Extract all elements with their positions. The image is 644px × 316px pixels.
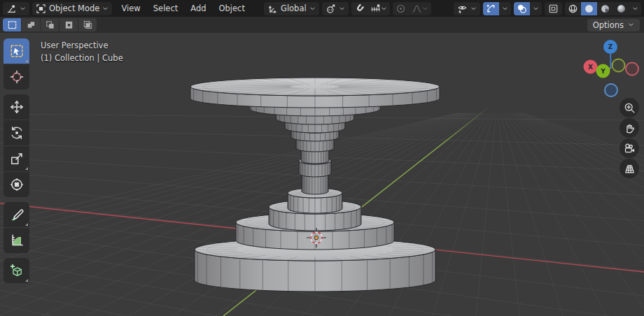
options-button[interactable]: Options: [587, 19, 640, 31]
toolbar-group-2: [4, 202, 29, 253]
gizmos-group: [483, 2, 511, 15]
gizmo-axis-x[interactable]: X: [584, 60, 598, 74]
editor-type-button[interactable]: [3, 2, 29, 15]
chevron-down-icon: [381, 6, 387, 12]
menu-select[interactable]: Select: [147, 2, 184, 15]
sel-intersect-icon: [83, 20, 93, 30]
proportional-edit-group: [393, 2, 431, 15]
shading-material-preview-button[interactable]: [597, 2, 613, 15]
select-mode-extend[interactable]: [22, 18, 40, 31]
shading-rendered-icon: [616, 3, 626, 14]
tool-annotate[interactable]: [4, 202, 29, 227]
pan-icon: [624, 122, 636, 134]
overlays-group: [514, 2, 542, 15]
nav-camera-view-button[interactable]: [620, 138, 639, 158]
menu-object[interactable]: Object: [213, 2, 251, 15]
pivot-icon: [326, 3, 336, 14]
gizmo-axis--y[interactable]: [612, 59, 625, 72]
gizmo-axis--x[interactable]: [626, 63, 638, 76]
select-mode-invert[interactable]: [59, 18, 78, 31]
shading-wireframe-button[interactable]: [565, 2, 581, 15]
shading-dropdown[interactable]: [629, 2, 641, 15]
menubar: ViewSelectAddObject: [115, 2, 251, 15]
xray-icon: [548, 3, 559, 14]
shading-solid-button[interactable]: [581, 2, 597, 15]
editor-3d-icon: [6, 3, 17, 14]
move-icon: [10, 100, 24, 114]
select-mode-intersect[interactable]: [78, 18, 97, 31]
menu-view[interactable]: View: [115, 2, 146, 15]
header-center-group: Global: [264, 2, 431, 15]
sel-extend-icon: [26, 20, 36, 30]
shading-mode-group: [565, 2, 641, 15]
toolbar-group-3: [4, 258, 29, 283]
magnet-icon: [354, 3, 365, 14]
overlays-dropdown[interactable]: [530, 2, 542, 15]
measure-icon: [10, 234, 24, 247]
object-mode-icon: [36, 3, 46, 14]
tool-select-box[interactable]: [4, 38, 29, 64]
svg-text:Z: Z: [608, 43, 613, 50]
tool-rotate[interactable]: [4, 120, 29, 145]
tool-add-cube[interactable]: [4, 258, 29, 283]
nav-zoom-button[interactable]: [620, 98, 639, 117]
options-label: Options: [593, 20, 624, 30]
gizmo-axis--z[interactable]: [605, 84, 617, 96]
select-box-icon: [10, 44, 24, 58]
shading-rendered-button[interactable]: [613, 2, 629, 15]
select-mode-set[interactable]: [3, 18, 21, 31]
sel-invert-icon: [64, 20, 74, 30]
xray-toggle[interactable]: [545, 2, 562, 15]
shading-material-icon: [600, 3, 610, 14]
camera-view-icon: [624, 143, 636, 155]
viewport-canvas[interactable]: XYZ: [0, 33, 644, 316]
header-right-group: [454, 2, 641, 15]
gizmo-axis-z[interactable]: Z: [603, 40, 617, 54]
svg-text:Y: Y: [600, 68, 606, 75]
chevron-down-icon: [502, 6, 508, 12]
proportional-edit-toggle[interactable]: [393, 2, 409, 15]
snapping-group: [351, 2, 390, 15]
snap-target-button[interactable]: [368, 2, 390, 15]
snap-increment-icon: [370, 3, 381, 14]
gizmo-axis-y[interactable]: Y: [596, 64, 610, 78]
mesh-cube[interactable]: [190, 78, 440, 292]
toolbar-group-1: [4, 94, 29, 197]
tool-cursor[interactable]: [4, 64, 29, 89]
svg-text:X: X: [588, 64, 593, 71]
toggle-projection-icon: [624, 163, 636, 175]
chevron-down-icon: [309, 6, 316, 12]
select-mode-subtract[interactable]: [41, 18, 59, 31]
gizmo-icon: [486, 3, 496, 14]
cursor-3d-icon: [10, 70, 24, 84]
mode-selector[interactable]: Object Mode: [32, 2, 112, 15]
viewport-3d[interactable]: XYZ User Perspective (1) Collection | Cu…: [0, 33, 644, 316]
overlays-icon: [517, 3, 527, 14]
axis-gizmo[interactable]: XYZ: [584, 40, 639, 96]
falloff-curve-icon: [412, 3, 422, 14]
gizmos-toggle[interactable]: [483, 2, 499, 15]
chevron-down-icon: [422, 6, 428, 12]
select-mode-group: [3, 18, 97, 31]
tool-submenu-corner: [25, 279, 28, 282]
overlays-toggle[interactable]: [514, 2, 530, 15]
tool-measure[interactable]: [4, 228, 29, 253]
nav-pan-button[interactable]: [620, 118, 639, 138]
object-visibility-button[interactable]: [454, 2, 480, 15]
pivot-point-button[interactable]: [322, 2, 349, 15]
viewport-header: Object Mode ViewSelectAddObject Global: [0, 0, 644, 17]
nav-toggle-projection-button[interactable]: [620, 159, 639, 178]
shading-wireframe-icon: [568, 3, 578, 14]
proportional-falloff-button[interactable]: [409, 2, 431, 15]
menu-add[interactable]: Add: [184, 2, 212, 15]
gizmos-dropdown[interactable]: [499, 2, 511, 15]
chevron-down-icon: [470, 6, 477, 12]
chevron-down-icon: [339, 6, 345, 12]
snap-toggle-button[interactable]: [351, 2, 368, 15]
transform-orientation-button[interactable]: Global: [264, 2, 319, 15]
tool-transform[interactable]: [4, 172, 29, 197]
tool-move[interactable]: [4, 94, 29, 120]
model-disc-top-1: [190, 78, 440, 108]
tool-scale[interactable]: [4, 146, 29, 171]
mode-label: Object Mode: [49, 3, 99, 13]
